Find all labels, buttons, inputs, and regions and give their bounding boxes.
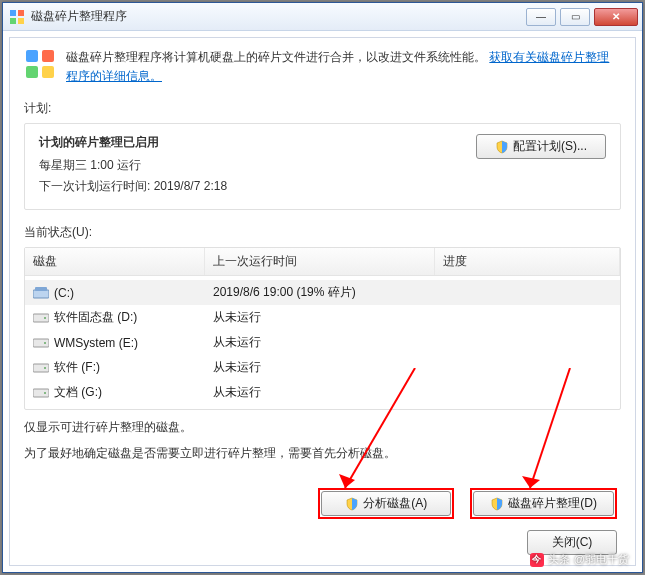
drive-icon [33,362,49,374]
drive-icon [33,312,49,324]
cell-disk: 文档 (G:) [25,382,205,403]
svg-rect-5 [42,50,54,62]
svg-rect-7 [42,66,54,78]
table-row[interactable]: WMSystem (E:)从未运行 [25,330,620,355]
svg-marker-21 [522,476,540,488]
configure-schedule-button[interactable]: 配置计划(S)... [476,134,606,159]
svg-rect-8 [33,290,49,298]
col-disk[interactable]: 磁盘 [25,248,205,275]
table-row[interactable]: 文档 (G:)从未运行 [25,380,620,405]
note-line2: 为了最好地确定磁盘是否需要立即进行碎片整理，需要首先分析磁盘。 [24,444,621,463]
schedule-time: 每星期三 1:00 运行 [39,157,227,174]
analyze-disk-button[interactable]: 分析磁盘(A) [321,491,451,516]
svg-rect-16 [33,389,49,397]
svg-point-13 [44,342,46,344]
drive-icon [33,387,49,399]
cell-progress [435,341,620,345]
svg-marker-19 [339,474,355,488]
cell-disk: 软件 (F:) [25,357,205,378]
hdd-icon [33,287,49,299]
disk-table: 磁盘 上一次运行时间 进度 (C:)2019/8/6 19:00 (19% 碎片… [24,247,621,410]
cell-disk: WMSystem (E:) [25,334,205,352]
annotation-box-1: 分析磁盘(A) [318,488,454,519]
window-controls: — ▭ ✕ [526,8,638,26]
app-icon [9,9,25,25]
disk-name: WMSystem (E:) [54,336,138,350]
watermark: 今 头条 @弱电干货 [530,552,629,567]
shield-icon [490,497,504,511]
action-buttons: 分析磁盘(A) 磁盘碎片整理(D) [318,488,617,519]
minimize-button[interactable]: — [526,8,556,26]
window: 磁盘碎片整理程序 — ▭ ✕ 磁盘碎片整理程序将计算机硬盘上的碎片文件进行合并，… [2,2,643,573]
disk-name: (C:) [54,286,74,300]
table-row[interactable]: 软件固态盘 (D:)从未运行 [25,305,620,330]
table-row[interactable]: (C:)2019/8/6 19:00 (19% 碎片) [25,280,620,305]
svg-rect-12 [33,339,49,347]
col-last-run[interactable]: 上一次运行时间 [205,248,435,275]
schedule-heading: 计划的碎片整理已启用 [39,134,227,151]
svg-rect-2 [10,18,16,24]
table-header: 磁盘 上一次运行时间 进度 [25,248,620,276]
intro: 磁盘碎片整理程序将计算机硬盘上的碎片文件进行合并，以改进文件系统性能。 获取有关… [24,48,621,86]
intro-desc: 磁盘碎片整理程序将计算机硬盘上的碎片文件进行合并，以改进文件系统性能。 [66,50,486,64]
watermark-prefix: 头条 [548,552,570,567]
status-label: 当前状态(U): [24,224,621,241]
svg-rect-10 [33,314,49,322]
cell-disk: 软件固态盘 (D:) [25,307,205,328]
cell-progress [435,291,620,295]
close-label: 关闭(C) [552,534,593,551]
shield-icon [495,140,509,154]
svg-rect-14 [33,364,49,372]
schedule-info: 计划的碎片整理已启用 每星期三 1:00 运行 下一次计划运行时间: 2019/… [39,134,227,199]
disk-name: 文档 (G:) [54,384,102,401]
svg-rect-9 [35,287,47,291]
svg-rect-1 [18,10,24,16]
cell-last-run: 从未运行 [205,357,435,378]
svg-point-15 [44,367,46,369]
cell-last-run: 从未运行 [205,307,435,328]
window-title: 磁盘碎片整理程序 [31,8,526,25]
content: 磁盘碎片整理程序将计算机硬盘上的碎片文件进行合并，以改进文件系统性能。 获取有关… [3,31,642,572]
defragment-disk-label: 磁盘碎片整理(D) [508,495,597,512]
intro-text: 磁盘碎片整理程序将计算机硬盘上的碎片文件进行合并，以改进文件系统性能。 获取有关… [66,48,621,86]
configure-schedule-label: 配置计划(S)... [513,138,587,155]
maximize-button[interactable]: ▭ [560,8,590,26]
titlebar[interactable]: 磁盘碎片整理程序 — ▭ ✕ [3,3,642,31]
annotation-box-2: 磁盘碎片整理(D) [470,488,617,519]
schedule-next: 下一次计划运行时间: 2019/8/7 2:18 [39,178,227,195]
defragment-disk-button[interactable]: 磁盘碎片整理(D) [473,491,614,516]
shield-icon [345,497,359,511]
svg-rect-4 [26,50,38,62]
cell-progress [435,391,620,395]
analyze-disk-label: 分析磁盘(A) [363,495,427,512]
cell-last-run: 从未运行 [205,382,435,403]
cell-last-run: 从未运行 [205,332,435,353]
svg-rect-0 [10,10,16,16]
table-row[interactable]: 软件 (F:)从未运行 [25,355,620,380]
disk-name: 软件固态盘 (D:) [54,309,137,326]
schedule-label: 计划: [24,100,621,117]
cell-disk: (C:) [25,284,205,302]
close-window-button[interactable]: ✕ [594,8,638,26]
disk-name: 软件 (F:) [54,359,100,376]
watermark-icon: 今 [530,553,544,567]
svg-point-11 [44,317,46,319]
svg-rect-3 [18,18,24,24]
drive-icon [33,337,49,349]
cell-progress [435,366,620,370]
svg-rect-6 [26,66,38,78]
table-body: (C:)2019/8/6 19:00 (19% 碎片)软件固态盘 (D:)从未运… [25,276,620,409]
svg-point-17 [44,392,46,394]
col-progress[interactable]: 进度 [435,248,620,275]
cell-progress [435,316,620,320]
inner-panel: 磁盘碎片整理程序将计算机硬盘上的碎片文件进行合并，以改进文件系统性能。 获取有关… [9,37,636,566]
cell-last-run: 2019/8/6 19:00 (19% 碎片) [205,282,435,303]
defrag-icon [24,48,56,80]
note-line1: 仅显示可进行碎片整理的磁盘。 [24,418,621,437]
schedule-panel: 计划的碎片整理已启用 每星期三 1:00 运行 下一次计划运行时间: 2019/… [24,123,621,210]
watermark-author: @弱电干货 [574,552,629,567]
